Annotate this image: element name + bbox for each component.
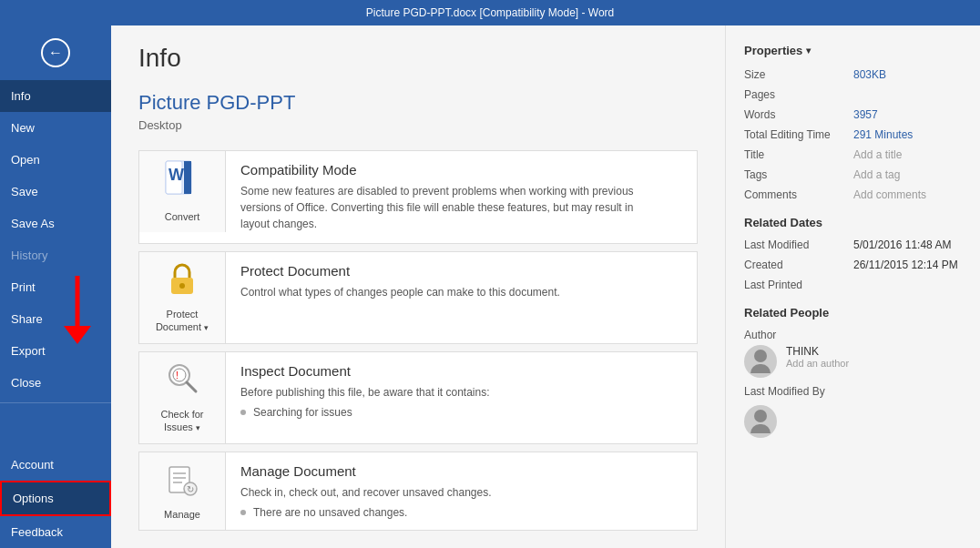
inspect-icon-area[interactable]: ! Check forIssues ▾ <box>139 352 226 443</box>
properties-arrow-icon: ▾ <box>806 46 811 56</box>
check-issues-label: Check forIssues ▾ <box>160 408 203 434</box>
manage-subitem: There are no unsaved changes. <box>240 506 682 519</box>
back-arrow-icon: ← <box>48 45 63 61</box>
manage-label: Manage <box>164 508 200 521</box>
size-value: 803KB <box>853 68 962 81</box>
manage-title: Manage Document <box>240 463 682 479</box>
prop-editing-time: Total Editing Time 291 Minutes <box>744 128 962 141</box>
editing-time-label: Total Editing Time <box>744 128 853 141</box>
prop-title: Title Add a title <box>744 148 962 161</box>
sidebar-item-history: History <box>0 239 111 271</box>
tags-label: Tags <box>744 168 853 181</box>
created-value: 26/11/2015 12:14 PM <box>853 259 962 271</box>
sidebar: ← Info New Open Save Save As History <box>0 25 111 548</box>
bullet-icon-2 <box>240 510 246 515</box>
title-value[interactable]: Add a title <box>853 148 962 161</box>
last-printed-label: Last Printed <box>744 279 853 291</box>
inspect-subitem: Searching for issues <box>240 406 682 419</box>
comments-label: Comments <box>744 188 853 201</box>
related-people-title: Related People <box>744 306 962 320</box>
author-person: THINK Add an author <box>744 345 962 378</box>
last-modified-avatar-inner <box>744 405 777 438</box>
pages-value <box>853 88 962 101</box>
prop-last-modified: Last Modified 5/01/2016 11:48 AM <box>744 238 962 251</box>
searching-text: Searching for issues <box>253 406 352 419</box>
doc-name: Picture PGD-PPT <box>138 91 698 115</box>
sidebar-item-save-as[interactable]: Save As <box>0 208 111 239</box>
compatibility-card: W Convert Compatibility Mode Some new fe… <box>138 150 698 244</box>
word-document-icon: W <box>164 160 200 207</box>
last-modified-avatar <box>744 405 777 438</box>
prop-last-printed: Last Printed <box>744 279 962 291</box>
back-circle-icon: ← <box>41 38 70 67</box>
sidebar-item-new[interactable]: New <box>0 112 111 144</box>
created-label: Created <box>744 259 853 271</box>
sidebar-item-close[interactable]: Close <box>0 367 111 399</box>
protect-desc: Control what types of changes people can… <box>240 284 659 300</box>
prop-tags: Tags Add a tag <box>744 168 962 181</box>
properties-section-title: Properties ▾ <box>744 44 962 57</box>
size-label: Size <box>744 68 853 81</box>
inspect-title: Inspect Document <box>240 363 682 379</box>
inspect-icon: ! <box>166 361 199 404</box>
no-unsaved-text: There are no unsaved changes. <box>253 506 407 519</box>
compatibility-desc: Some new features are disabled to preven… <box>240 183 659 232</box>
lm-avatar-body <box>750 424 771 433</box>
back-button[interactable]: ← <box>0 25 111 80</box>
protect-icon-area[interactable]: ProtectDocument ▾ <box>139 252 226 343</box>
tags-value[interactable]: Add a tag <box>853 168 962 181</box>
author-row: Author <box>744 329 962 341</box>
svg-text:!: ! <box>176 370 179 381</box>
sidebar-item-feedback[interactable]: Feedback <box>0 516 111 548</box>
protect-title: Protect Document <box>240 263 682 279</box>
page-title: Info <box>138 44 698 73</box>
convert-label: Convert <box>165 210 200 223</box>
words-label: Words <box>744 108 853 121</box>
words-value: 3957 <box>853 108 962 121</box>
sidebar-item-info[interactable]: Info <box>0 80 111 112</box>
sidebar-item-share[interactable]: Share <box>0 303 111 335</box>
last-modified-by-row: Last Modified By <box>744 385 962 398</box>
compatibility-icon-area[interactable]: W Convert <box>139 151 226 232</box>
prop-created: Created 26/11/2015 12:14 PM <box>744 259 962 271</box>
avatar-head <box>754 350 767 362</box>
sidebar-item-print[interactable]: Print <box>0 271 111 303</box>
main-content: Info Picture PGD-PPT Desktop W Convert C… <box>111 25 725 548</box>
prop-pages: Pages <box>744 88 962 101</box>
svg-text:↻: ↻ <box>187 484 194 494</box>
editing-time-value: 291 Minutes <box>853 128 962 141</box>
svg-line-11 <box>187 382 196 391</box>
compatibility-body: Compatibility Mode Some new features are… <box>226 151 697 243</box>
add-author-link[interactable]: Add an author <box>786 358 849 369</box>
last-modified-person <box>744 405 962 438</box>
manage-icon: ↻ <box>166 462 199 504</box>
prop-comments: Comments Add comments <box>744 188 962 201</box>
last-printed-value <box>853 279 962 291</box>
pages-label: Pages <box>744 88 853 101</box>
comments-value[interactable]: Add comments <box>853 188 962 201</box>
author-label: Author <box>744 329 853 341</box>
manage-desc: Check in, check out, and recover unsaved… <box>240 484 659 501</box>
avatar-inner <box>744 345 777 378</box>
sidebar-item-export[interactable]: Export <box>0 335 111 367</box>
bullet-icon <box>240 410 246 415</box>
author-name: THINK <box>786 345 849 358</box>
sidebar-item-save[interactable]: Save <box>0 176 111 208</box>
svg-rect-5 <box>184 161 191 194</box>
title-text: Picture PGD-PPT.docx [Compatibility Mode… <box>366 6 615 19</box>
manage-card: ↻ Manage Manage Document Check in, check… <box>138 452 698 531</box>
protect-label: ProtectDocument ▾ <box>156 308 209 334</box>
prop-words: Words 3957 <box>744 108 962 121</box>
sidebar-item-account[interactable]: Account <box>0 449 111 481</box>
prop-size: Size 803KB <box>744 68 962 81</box>
manage-icon-area[interactable]: ↻ Manage <box>139 452 226 530</box>
protect-card: ProtectDocument ▾ Protect Document Contr… <box>138 251 698 344</box>
sidebar-item-open[interactable]: Open <box>0 144 111 176</box>
inspect-body: Inspect Document Before publishing this … <box>226 352 697 430</box>
last-modified-value: 5/01/2016 11:48 AM <box>853 238 962 251</box>
sidebar-item-options[interactable]: Options <box>0 481 111 516</box>
last-modified-by-label: Last Modified By <box>744 385 853 398</box>
title-bar: Picture PGD-PPT.docx [Compatibility Mode… <box>0 0 980 25</box>
lm-avatar-head <box>754 410 767 422</box>
avatar-body <box>750 364 771 373</box>
